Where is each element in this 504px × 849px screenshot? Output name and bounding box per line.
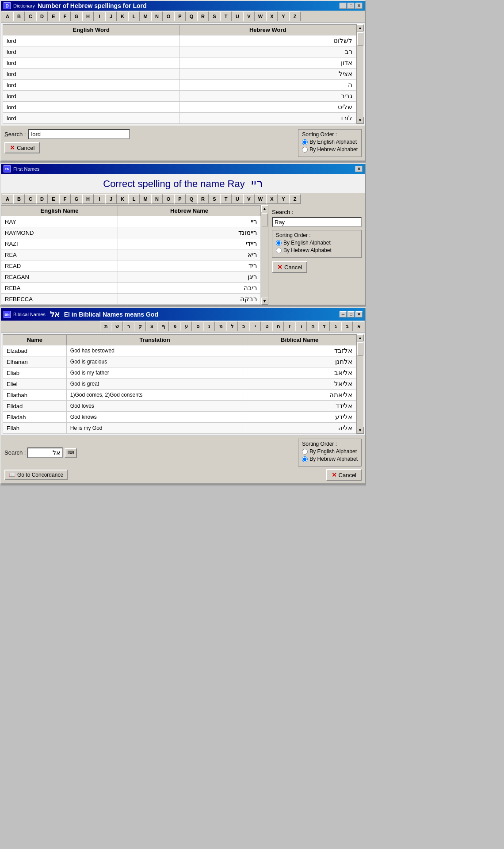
alpha-btn-C[interactable]: C: [25, 194, 36, 204]
alpha-btn-ש[interactable]: ש: [111, 321, 123, 331]
names-search-input[interactable]: [272, 217, 362, 227]
alpha-btn-M[interactable]: M: [140, 11, 151, 21]
dict-sort-option1[interactable]: By English Alphabet: [302, 139, 358, 145]
alpha-btn-ק[interactable]: ק: [134, 321, 146, 331]
alpha-btn-D[interactable]: D: [36, 11, 48, 21]
alpha-btn-א[interactable]: א: [353, 321, 364, 331]
alpha-btn-H[interactable]: H: [82, 11, 94, 21]
table-row[interactable]: Elhanan God is gracious אלחנן: [3, 356, 356, 367]
alpha-btn-ח[interactable]: ח: [272, 321, 284, 331]
table-row[interactable]: READ ריד: [1, 260, 261, 272]
alpha-btn-צ[interactable]: צ: [146, 321, 157, 331]
alpha-btn-D[interactable]: D: [36, 194, 48, 204]
names-cancel-button[interactable]: ✕ Cancel: [272, 261, 307, 273]
alpha-btn-ל[interactable]: ל: [226, 321, 238, 331]
alpha-btn-ס[interactable]: ס: [192, 321, 203, 331]
alpha-btn-L[interactable]: L: [128, 194, 140, 204]
biblical-cancel-button[interactable]: ✕ Cancel: [326, 469, 362, 481]
alpha-btn-ב[interactable]: ב: [341, 321, 353, 331]
alpha-btn-V[interactable]: V: [243, 194, 255, 204]
alpha-btn-Z[interactable]: Z: [289, 194, 301, 204]
dict-scrollbar[interactable]: ▲ ▼: [356, 24, 363, 124]
alpha-btn-J[interactable]: J: [105, 11, 117, 21]
alpha-btn-W[interactable]: W: [255, 11, 266, 21]
alpha-btn-ה[interactable]: ה: [307, 321, 318, 331]
alpha-btn-C[interactable]: C: [25, 11, 36, 21]
alpha-btn-F[interactable]: F: [59, 11, 71, 21]
biblical-scroll-thumb[interactable]: [357, 342, 363, 356]
alpha-btn-Q[interactable]: Q: [186, 194, 197, 204]
table-row[interactable]: Eliadah God knows אלידע: [3, 412, 356, 423]
alpha-btn-P[interactable]: P: [174, 194, 186, 204]
dict-scroll-down[interactable]: ▼: [357, 117, 364, 124]
alpha-btn-ע[interactable]: ע: [180, 321, 192, 331]
table-row[interactable]: REA ריא: [1, 249, 261, 260]
alpha-btn-נ[interactable]: נ: [203, 321, 215, 331]
alpha-btn-T[interactable]: T: [220, 11, 232, 21]
biblical-close-button[interactable]: ✕: [355, 311, 363, 317]
table-row[interactable]: RAY ריי: [1, 216, 261, 227]
alpha-btn-M[interactable]: M: [140, 194, 151, 204]
names-scroll-down[interactable]: ▼: [261, 298, 268, 305]
names-scroll-thumb[interactable]: [262, 213, 268, 226]
alpha-btn-N[interactable]: N: [151, 194, 163, 204]
table-row[interactable]: REAGAN ריגן: [1, 272, 261, 283]
alpha-btn-A[interactable]: A: [2, 11, 13, 21]
table-row[interactable]: Eliah He is my God אליה: [3, 423, 356, 434]
alpha-btn-W[interactable]: W: [255, 194, 266, 204]
alpha-btn-K[interactable]: K: [117, 11, 128, 21]
maximize-button[interactable]: □: [347, 3, 355, 9]
alpha-btn-פ[interactable]: פ: [169, 321, 180, 331]
names-scroll-up[interactable]: ▲: [261, 205, 268, 212]
minimize-button[interactable]: ─: [340, 3, 347, 9]
alpha-btn-K[interactable]: K: [117, 194, 128, 204]
alpha-btn-J[interactable]: J: [105, 194, 117, 204]
alpha-btn-X[interactable]: X: [266, 194, 278, 204]
alpha-btn-E[interactable]: E: [48, 194, 59, 204]
alpha-btn-ו[interactable]: ו: [295, 321, 307, 331]
alpha-btn-ט[interactable]: ט: [261, 321, 272, 331]
alpha-btn-ף[interactable]: ף: [157, 321, 169, 331]
dict-cancel-button[interactable]: ✕ Cancel: [4, 142, 40, 153]
alpha-btn-A[interactable]: A: [2, 194, 13, 204]
alpha-btn-I[interactable]: I: [94, 194, 105, 204]
close-button[interactable]: ✕: [355, 3, 363, 9]
alpha-btn-T[interactable]: T: [220, 194, 232, 204]
alpha-btn-O[interactable]: O: [163, 11, 174, 21]
alpha-btn-G[interactable]: G: [71, 194, 82, 204]
biblical-scrollbar[interactable]: ▲ ▼: [356, 334, 363, 434]
alpha-btn-S[interactable]: S: [209, 194, 220, 204]
table-row[interactable]: lord גביר: [3, 91, 356, 102]
alpha-btn-F[interactable]: F: [59, 194, 71, 204]
alpha-btn-ד[interactable]: ד: [318, 321, 330, 331]
alpha-btn-R[interactable]: R: [197, 194, 209, 204]
concordance-button[interactable]: 📖 Go to Concordance: [4, 470, 68, 480]
alpha-btn-Y[interactable]: Y: [278, 11, 289, 21]
dict-sort-option2[interactable]: By Hebrew Alphabet: [302, 146, 358, 153]
biblical-scroll-up[interactable]: ▲: [357, 334, 364, 341]
table-row[interactable]: lord לשלוט: [3, 35, 356, 46]
alpha-btn-ר[interactable]: ר: [123, 321, 134, 331]
keyboard-button[interactable]: ⌨: [65, 448, 77, 458]
table-row[interactable]: Elidad God loves אלידד: [3, 401, 356, 412]
alpha-btn-V[interactable]: V: [243, 11, 255, 21]
alpha-btn-S[interactable]: S: [209, 11, 220, 21]
alpha-btn-Y[interactable]: Y: [278, 194, 289, 204]
alpha-btn-מ[interactable]: מ: [215, 321, 226, 331]
alpha-btn-B[interactable]: B: [13, 194, 25, 204]
alpha-btn-ת[interactable]: ת: [100, 321, 111, 331]
dict-search-input[interactable]: lord: [28, 129, 130, 139]
alpha-btn-כ[interactable]: כ: [238, 321, 249, 331]
table-row[interactable]: Eliel God is great אליאל: [3, 379, 356, 390]
alpha-btn-ג[interactable]: ג: [330, 321, 341, 331]
table-row[interactable]: lord שליט: [3, 102, 356, 113]
alpha-btn-O[interactable]: O: [163, 194, 174, 204]
alpha-btn-U[interactable]: U: [232, 11, 243, 21]
alpha-btn-G[interactable]: G: [71, 11, 82, 21]
names-close-button[interactable]: ✕: [355, 166, 363, 172]
alpha-btn-N[interactable]: N: [151, 11, 163, 21]
alpha-btn-L[interactable]: L: [128, 11, 140, 21]
alpha-btn-R[interactable]: R: [197, 11, 209, 21]
biblical-search-input[interactable]: [27, 447, 63, 458]
table-row[interactable]: lord ה: [3, 80, 356, 91]
